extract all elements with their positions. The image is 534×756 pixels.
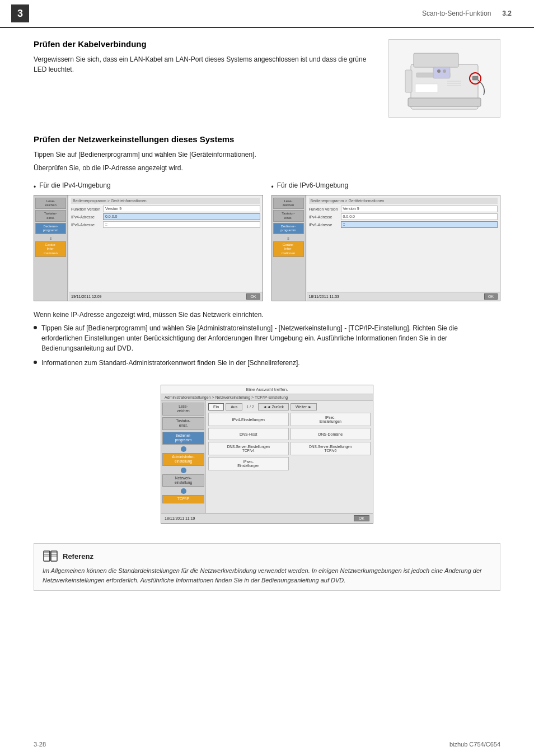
ls-grid: IPv4-Einstellungen IPsec-Einstellungen D… [208, 413, 371, 455]
bullet1: Tippen Sie auf [Bedienerprogramm] und wä… [34, 323, 500, 353]
section1-title: Prüfen der Kabelverbindung [34, 39, 377, 49]
ls-grid-dns-domain[interactable]: DNS-Domäne [291, 428, 371, 440]
ls-main: Ein Aus 1 / 2 ◄◄ Zurück Weiter ► IPv4-Ei… [206, 401, 373, 513]
value-ipv4-addr: 0.0.0.0 [103, 213, 260, 220]
ipv6-value-ipv4-addr: 0.0.0.0 [341, 213, 498, 220]
ipv4-breadcrumb: Bedienerprogramm > Geräteinformationen [71, 198, 260, 204]
ipv4-screen-container: • Für die IPv4-Umgebung Lese-zeichen Tas… [34, 181, 263, 301]
footer-product: bizhub C754/C654 [449, 741, 500, 748]
ipv4-sidebar: Lese-zeichen Tastatur-einst. Bediener-pr… [34, 195, 68, 301]
referenz-text: Im Allgemeinen können die Standardeinste… [43, 566, 491, 585]
header-left: 3 [11, 4, 29, 22]
ls-btn-zuruck[interactable]: ◄◄ Zurück [258, 403, 289, 410]
ls-btn-ein[interactable]: Ein [208, 403, 224, 410]
ls-item-tastatur: Tastatur-einst. [162, 417, 204, 430]
ls-btn-aus[interactable]: Aus [226, 403, 242, 410]
screen-comparison: • Für die IPv4-Umgebung Lese-zeichen Tas… [34, 181, 500, 301]
ipv6-ok-btn[interactable]: OK [484, 293, 498, 300]
bullet-ipv6: • [271, 183, 274, 191]
ls-grid-ipsec2[interactable]: IPsec-Einstellungen [208, 457, 289, 470]
ipv6-screen-container: • Für die IPv6-Umgebung Lese-zeichen Tas… [271, 181, 501, 301]
ipv4-footer: 19/11/2011 12:09 OK [69, 292, 263, 301]
lan-text: Prüfen der Kabelverbindung Vergewissern … [34, 39, 377, 78]
ls-grid-ipsec[interactable]: IPsec-Einstellungen [291, 413, 371, 426]
sidebar-s: s [35, 235, 66, 241]
main-content: Prüfen der Kabelverbindung Vergewissern … [0, 28, 534, 613]
ls-sidebar: Lese-zeichen Tastatur-einst. Bediener-pr… [161, 401, 206, 513]
ls-grid-ipv4[interactable]: IPv4-Einstellungen [208, 413, 289, 426]
ipv6-value-version: Version 9 [341, 206, 498, 212]
ipv6-label-ipv6-addr: IPv6-Adresse [309, 223, 340, 227]
ipv6-label-ipv4-addr: IPv4-Adresse [309, 215, 340, 219]
ipv4-label: Für die IPv4-Umgebung [39, 181, 110, 189]
sidebar-lesezeichen: Lese-zeichen [35, 198, 66, 209]
ls-item-tcpip: TCP/IP [162, 495, 204, 503]
printer-svg [394, 42, 495, 115]
ls-page-info: 1 / 2 [244, 404, 256, 410]
section1-text: Vergewissern Sie sich, dass ein LAN-Kabe… [34, 54, 377, 74]
svg-rect-9 [405, 70, 412, 92]
bullet1-text: Tippen Sie auf [Bedienerprogramm] und wä… [41, 323, 500, 353]
ls-header: Eine Auswahl treffen. [161, 385, 373, 394]
label-ipv6-addr: IPv6-Adresse [71, 223, 102, 227]
ipv4-screen-main: Bedienerprogramm > Geräteinformationen F… [69, 195, 263, 301]
ls-grid-dns-server-v4[interactable]: DNS-Server-EinstellungenTCP/v4 [208, 442, 289, 455]
sidebar-geraete: Geräte-Infor-mationen [35, 241, 66, 257]
svg-point-6 [443, 69, 446, 73]
ipv6-label: Für die IPv6-Umgebung [277, 181, 348, 189]
svg-point-5 [437, 69, 441, 73]
ipv4-row-ipv6: IPv6-Adresse :: [71, 221, 260, 228]
ipv4-footer-date: 19/11/2011 12:09 [71, 295, 102, 298]
section2-title: Prüfen der Netzwerkeinstellungen dieses … [34, 134, 500, 144]
header-page-ref: 3.2 [502, 10, 512, 17]
ipv6-screen-main: Bedienerprogramm > Geräteinformationen F… [307, 195, 500, 301]
svg-rect-8 [472, 76, 478, 80]
ls-btn-weiter[interactable]: Weiter ► [291, 403, 317, 410]
ls-footer: 18/11/2011 11:19 OK [161, 513, 373, 523]
ipv6-sidebar-tastatur: Tastatur-einst. [273, 210, 304, 221]
svg-rect-4 [433, 67, 450, 78]
value-ipv6-addr: :: [103, 221, 260, 228]
bullet2-dot [34, 361, 37, 364]
ls-footer-date: 18/11/2011 11:19 [165, 516, 195, 520]
large-screen-wrapper: Eine Auswahl treffen. Administratoreinst… [34, 376, 500, 532]
ls-item-administrator: Administrator-einstellung [162, 453, 204, 466]
label-funktion-version: Funktion Version [71, 207, 102, 211]
ls-sidebar-dot1 [181, 446, 186, 452]
sidebar-tastatur: Tastatur-einst. [35, 210, 66, 221]
ls-item-netzwerk: Netzwerk-einstellung [162, 474, 204, 487]
value-version: Version 9 [103, 206, 260, 212]
ipv6-label-funktion-version: Funktion Version [309, 207, 340, 211]
svg-rect-1 [414, 53, 458, 67]
ipv6-footer-date: 18/11/2011 11:33 [309, 295, 340, 298]
ipv4-row-version: Funktion Version Version 9 [71, 206, 260, 212]
section2-text1: Tippen Sie auf [Bedienerprogramm] und wä… [34, 150, 500, 160]
ipv6-sidebar-bediener: Bediener-programm [273, 223, 304, 234]
svg-rect-10 [415, 84, 438, 92]
header-right: Scan-to-Send-Funktion 3.2 [422, 10, 512, 17]
ls-grid-dns-server-v6[interactable]: DNS-Server-EinstellungenTCP/v6 [291, 442, 371, 455]
svg-rect-2 [408, 98, 481, 106]
ls-item-bediener: Bediener-programm [162, 432, 204, 445]
ls-grid-dns-host[interactable]: DNS-Host [208, 428, 289, 440]
printer-image [388, 39, 500, 118]
bullet-ipv4: • [34, 183, 36, 191]
ipv4-screen: Lese-zeichen Tastatur-einst. Bediener-pr… [34, 195, 263, 301]
bullet2-text: Informationen zum Standard-Administrator… [41, 358, 300, 368]
ls-top-btn-row: Ein Aus 1 / 2 ◄◄ Zurück Weiter ► [208, 403, 371, 410]
ipv6-breadcrumb: Bedienerprogramm > Geräteinformationen [309, 198, 498, 204]
section2-text2: Überprüfen Sie, ob die IP-Adresse angeze… [34, 163, 500, 173]
referenz-box: Referenz Im Allgemeinen können die Stand… [34, 543, 500, 591]
ipv6-row-version: Funktion Version Version 9 [309, 206, 498, 212]
ls-ok-btn[interactable]: OK [354, 515, 369, 521]
ipv6-row-ipv6: IPv6-Adresse :: [309, 221, 498, 228]
label-ipv4-addr: IPv4-Adresse [71, 215, 102, 219]
sidebar-bediener: Bediener-programm [35, 223, 66, 234]
large-screen: Eine Auswahl treffen. Administratoreinst… [161, 385, 373, 524]
ipv4-ok-btn[interactable]: OK [246, 293, 260, 300]
page-footer: 3-28 bizhub C754/C654 [34, 741, 500, 748]
chapter-number: 3 [11, 4, 29, 22]
ipv6-sidebar-geraete: Geräte-Infor-mationen [273, 241, 304, 257]
ipv6-sidebar: Lese-zeichen Tastatur-einst. Bediener-pr… [272, 195, 306, 301]
ls-item-lesezeichen: Lese-zeichen [162, 403, 204, 416]
